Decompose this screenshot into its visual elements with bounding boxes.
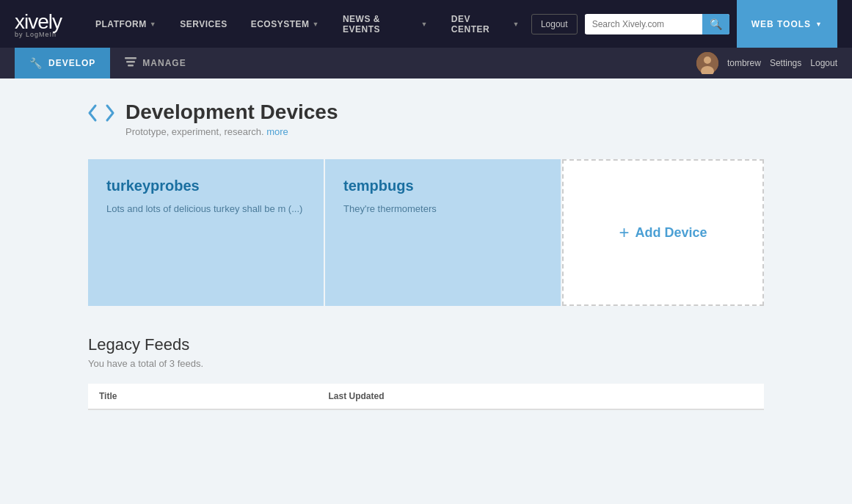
settings-link[interactable]: Settings <box>770 58 801 68</box>
web-tools-button[interactable]: WEB TOOLS ▼ <box>737 0 837 48</box>
search-button[interactable]: 🔍 <box>702 14 729 34</box>
nav-services[interactable]: SERVICES <box>168 0 239 48</box>
add-device-content: + Add Device <box>619 222 707 243</box>
svg-rect-0 <box>125 57 136 59</box>
logout-button[interactable]: Logout <box>531 14 578 34</box>
device-desc: Lots and lots of delicious turkey shall … <box>106 202 305 216</box>
logo[interactable]: xively by LogMeIn <box>15 10 62 38</box>
svg-point-4 <box>704 56 711 64</box>
wrench-icon: 🔧 <box>29 57 43 69</box>
search-input[interactable] <box>585 15 702 34</box>
sub-nav-develop[interactable]: 🔧 DEVELOP <box>15 48 110 78</box>
add-device-label: Add Device <box>635 225 707 241</box>
code-icon <box>88 102 114 129</box>
layers-icon <box>125 57 136 70</box>
table-col-title: Title <box>88 384 318 409</box>
device-card-turkeyprobes[interactable]: turkeyprobes Lots and lots of delicious … <box>88 159 325 306</box>
logo-sub: by LogMeIn <box>15 31 62 38</box>
legacy-feeds-section: Legacy Feeds You have a total of 3 feeds… <box>88 335 764 410</box>
main-nav: PLATFORM ▼ SERVICES ECOSYSTEM ▼ NEWS & E… <box>84 0 531 48</box>
plus-icon: + <box>619 222 629 243</box>
page-subtitle: Prototype, experiment, research. more <box>125 126 338 137</box>
add-device-card[interactable]: + Add Device <box>562 159 764 306</box>
chevron-down-icon: ▼ <box>815 21 823 28</box>
device-card-tempbugs[interactable]: tempbugs They're thermometers <box>325 159 562 306</box>
sub-nav-right: tombrew Settings Logout <box>696 52 837 74</box>
legacy-feeds-subtitle: You have a total of 3 feeds. <box>88 358 764 369</box>
device-desc: They're thermometers <box>343 202 542 216</box>
main-content: Development Devices Prototype, experimen… <box>0 78 852 504</box>
chevron-down-icon: ▼ <box>150 21 156 28</box>
device-name: tempbugs <box>343 178 542 194</box>
chevron-down-icon: ▼ <box>513 21 520 28</box>
nav-dev-center[interactable]: DEV CENTER ▼ <box>440 0 531 48</box>
svg-rect-1 <box>126 61 135 63</box>
chevron-down-icon: ▼ <box>420 21 427 28</box>
nav-ecosystem[interactable]: ECOSYSTEM ▼ <box>239 0 331 48</box>
nav-news-events[interactable]: NEWS & EVENTS ▼ <box>331 0 440 48</box>
nav-right: Logout 🔍 <box>531 14 729 34</box>
top-navbar: xively by LogMeIn PLATFORM ▼ SERVICES EC… <box>0 0 852 48</box>
page-title: Development Devices <box>125 101 338 124</box>
chevron-down-icon: ▼ <box>313 21 319 28</box>
sub-nav-manage[interactable]: MANAGE <box>110 48 200 78</box>
table-header-row: Title Last Updated <box>88 384 764 409</box>
table-col-last-updated: Last Updated <box>318 384 764 409</box>
page-title-area: Development Devices Prototype, experimen… <box>125 101 338 137</box>
device-name: turkeyprobes <box>106 178 305 194</box>
logo-text: xively <box>15 10 62 33</box>
avatar <box>696 52 718 74</box>
username-label[interactable]: tombrew <box>727 58 761 68</box>
search-bar: 🔍 <box>585 14 729 34</box>
nav-platform[interactable]: PLATFORM ▼ <box>84 0 168 48</box>
legacy-feeds-table: Title Last Updated <box>88 384 764 410</box>
device-cards: turkeyprobes Lots and lots of delicious … <box>88 159 764 306</box>
more-link[interactable]: more <box>266 126 288 137</box>
logout-link[interactable]: Logout <box>810 58 837 68</box>
legacy-feeds-title: Legacy Feeds <box>88 335 764 354</box>
page-header: Development Devices Prototype, experimen… <box>88 101 764 137</box>
svg-rect-2 <box>128 65 134 67</box>
sub-navbar: 🔧 DEVELOP MANAGE tombrew Settings Logout <box>0 48 852 78</box>
